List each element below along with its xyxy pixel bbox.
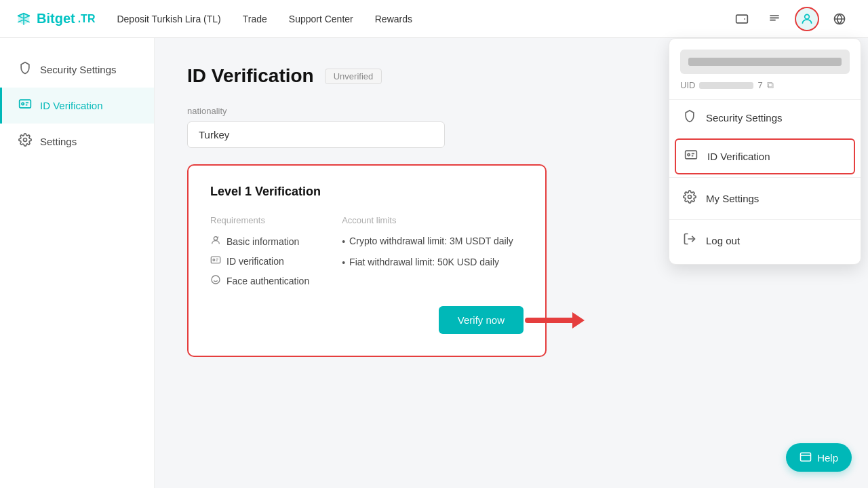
svg-rect-14: [801, 453, 811, 461]
shield-icon: [18, 61, 32, 78]
dd-id-verification[interactable]: ID Verification: [675, 138, 855, 174]
nav-rewards[interactable]: Rewards: [375, 14, 412, 24]
uid-label: UID: [680, 80, 695, 90]
arrow-head: [572, 312, 585, 329]
copy-uid-icon[interactable]: ⧉: [767, 79, 774, 91]
limit-fiat-label: Fiat withdrawal limit: 50K USD daily: [349, 256, 499, 269]
sidebar-item-settings[interactable]: Settings: [0, 124, 154, 159]
requirements-list: Basic information ID verification: [210, 235, 309, 287]
svg-point-13: [212, 276, 220, 284]
dd-security-settings[interactable]: Security Settings: [669, 100, 861, 136]
language-icon-button[interactable]: [827, 7, 852, 31]
req-face-auth: Face authentication: [210, 274, 309, 287]
id-req-icon: [210, 255, 221, 267]
nationality-input[interactable]: [187, 121, 445, 148]
basic-info-icon: [210, 235, 221, 248]
arrow-indicator: [525, 312, 585, 329]
nav-trade[interactable]: Trade: [243, 14, 267, 24]
req-basic-label: Basic information: [226, 236, 299, 247]
limits-header: Account limits: [342, 215, 513, 225]
logout-icon: [683, 232, 696, 249]
limits-col: Account limits • Crypto withdrawal limit…: [342, 215, 513, 287]
logo-text: Bitget: [37, 11, 75, 26]
req-id-verification: ID verification: [210, 255, 309, 267]
sidebar-id-verification-label: ID Verification: [40, 100, 103, 111]
dd-my-settings[interactable]: My Settings: [669, 181, 861, 217]
user-dropdown: UID 7 ⧉ Security Settings ID Verificatio…: [669, 38, 861, 265]
help-button[interactable]: Help: [786, 443, 852, 472]
limit-crypto: • Crypto withdrawal limit: 3M USDT daily: [342, 235, 513, 249]
nav-support[interactable]: Support Center: [289, 14, 353, 24]
card-columns: Requirements Basic information: [210, 215, 524, 287]
req-face-label: Face authentication: [226, 276, 309, 286]
header-actions: [730, 7, 852, 31]
nav-deposit[interactable]: Deposit Turkish Lira (TL): [117, 14, 220, 24]
security-icon: [683, 109, 696, 126]
bullet-1: •: [342, 236, 345, 249]
sidebar-item-id-verification[interactable]: ID Verification: [0, 88, 154, 124]
uid-bar: [680, 50, 850, 74]
status-badge: Unverified: [325, 69, 382, 84]
limit-crypto-label: Crypto withdrawal limit: 3M USDT daily: [349, 235, 513, 248]
page-title: ID Verification: [187, 65, 314, 87]
verify-now-button[interactable]: Verify now: [439, 306, 524, 334]
sidebar-security-label: Security Settings: [40, 64, 117, 75]
verification-card: Level 1 Verification Requirements Basic …: [187, 164, 547, 357]
help-label: Help: [817, 452, 838, 464]
face-icon: [210, 274, 221, 287]
svg-point-9: [24, 138, 27, 142]
arrow-shaft: [525, 318, 572, 323]
svg-rect-0: [736, 15, 748, 23]
uid-suffix: 7: [757, 80, 762, 90]
logo[interactable]: Bitget.TR: [16, 11, 95, 26]
dd-my-settings-label: My Settings: [706, 193, 759, 204]
user-icon-button[interactable]: [795, 7, 819, 31]
id-verification-icon: [684, 148, 698, 165]
svg-point-12: [213, 259, 215, 261]
header: Bitget.TR Deposit Turkish Lira (TL) Trad…: [0, 0, 868, 38]
orders-icon-button[interactable]: [762, 7, 787, 31]
uid-row: UID 7 ⧉: [669, 79, 861, 100]
divider2: [669, 219, 861, 220]
verify-btn-row: Verify now: [210, 306, 524, 334]
dd-logout-label: Log out: [706, 235, 740, 246]
logo-suffix: .TR: [78, 13, 96, 25]
id-card-icon: [18, 97, 32, 114]
limits-list: • Crypto withdrawal limit: 3M USDT daily…: [342, 235, 513, 269]
settings-sidebar-icon: [18, 133, 32, 150]
limit-fiat: • Fiat withdrawal limit: 50K USD daily: [342, 256, 513, 270]
wallet-icon-button[interactable]: [730, 7, 754, 31]
dd-id-verification-label: ID Verification: [707, 151, 770, 162]
svg-point-4: [688, 153, 690, 155]
svg-rect-7: [20, 100, 31, 108]
settings-icon: [683, 190, 696, 207]
main-nav: Deposit Turkish Lira (TL) Trade Support …: [117, 14, 412, 24]
dd-logout[interactable]: Log out: [669, 223, 861, 259]
sidebar-item-security[interactable]: Security Settings: [0, 52, 154, 88]
svg-point-1: [805, 14, 810, 19]
requirements-header: Requirements: [210, 215, 309, 225]
card-title: Level 1 Verification: [210, 185, 524, 199]
sidebar: Security Settings ID Verification Settin…: [0, 38, 155, 488]
divider: [669, 177, 861, 178]
req-basic-info: Basic information: [210, 235, 309, 248]
svg-point-8: [22, 102, 24, 105]
bullet-2: •: [342, 257, 345, 270]
requirements-col: Requirements Basic information: [210, 215, 309, 287]
svg-point-10: [214, 237, 217, 240]
dd-security-label: Security Settings: [706, 112, 783, 124]
svg-point-5: [688, 195, 692, 199]
req-id-label: ID verification: [226, 256, 284, 267]
sidebar-settings-label: Settings: [40, 136, 77, 147]
